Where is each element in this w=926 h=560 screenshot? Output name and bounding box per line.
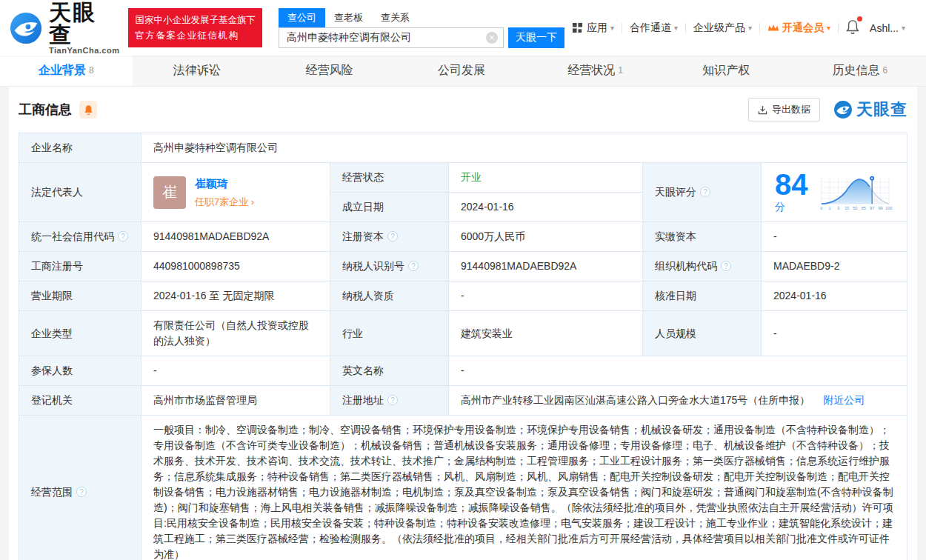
top-nav: 应用 ▾ 合作通道 ▾ 企业级产品 ▾ 开通会员 ▾ <box>564 19 913 36</box>
tab-label: 企业背景 <box>39 63 86 79</box>
term-label: 营业期限 <box>19 281 141 311</box>
staff-size-label: 人员规模 <box>643 311 762 356</box>
help-icon[interactable]: ? <box>76 487 87 497</box>
industry-value: 建筑安装业 <box>449 311 643 356</box>
section-title: 工商信息 <box>19 101 72 119</box>
nav-apps-label: 应用 <box>587 21 607 35</box>
company-type-value: 有限责任公司（自然人投资或控股的法人独资） <box>141 311 330 356</box>
help-icon[interactable]: ? <box>387 231 398 241</box>
tab-count: 8 <box>89 65 94 76</box>
taxpayer-id-value: 91440981MADAEBD92A <box>449 252 643 281</box>
help-icon[interactable]: ? <box>700 187 710 197</box>
bell-icon <box>846 19 859 34</box>
label-text: 经营范围 <box>31 486 73 498</box>
founded-label: 成立日期 <box>330 193 449 222</box>
gov-certification-badge: 国家中小企业发展子基金旗下 官方备案企业征信机构 <box>128 8 262 47</box>
avatar[interactable]: 崔 <box>153 176 186 209</box>
help-icon[interactable]: ? <box>387 395 398 405</box>
search-button[interactable]: 天眼一下 <box>508 27 564 48</box>
company-name-value: 高州申菱特种空调有限公司 <box>141 133 907 163</box>
tab-intellectual-property[interactable]: 知识产权 <box>662 56 794 86</box>
company-section-tabbar: 企业背景8 法律诉讼 经营风险 公司发展 经营状况1 知识产权 历史信息6 <box>0 56 926 87</box>
search-block: 查公司 查老板 查关系 ✕ 天眼一下 <box>279 8 564 48</box>
help-icon[interactable]: ? <box>721 261 731 271</box>
reg-no-value: 440981000898735 <box>141 252 330 281</box>
founded-value: 2024-01-16 <box>449 193 643 222</box>
business-info-table: 企业名称 高州申菱特种空调有限公司 法定代表人 崔 崔颖琦 任职7家企业 › 经… <box>19 133 907 560</box>
tab-operating-risk[interactable]: 经营风险 <box>264 56 397 86</box>
nav-partner-label: 合作通道 <box>630 21 671 35</box>
label-text: 注册地址 <box>342 394 384 406</box>
search-tab-boss[interactable]: 查老板 <box>325 8 372 27</box>
caret-down-icon: ▾ <box>674 24 678 32</box>
help-icon[interactable]: ? <box>118 231 128 241</box>
tab-history-info[interactable]: 历史信息6 <box>793 56 926 86</box>
paid-capital-label: 实缴资本 <box>643 222 762 252</box>
svg-text:15: 15 <box>845 205 849 210</box>
nav-partner-channel[interactable]: 合作通道 ▾ <box>622 21 685 35</box>
nav-apps[interactable]: 应用 ▾ <box>564 21 622 35</box>
label-text: 组织机构代码 <box>655 260 717 272</box>
tab-label: 知识产权 <box>702 63 750 79</box>
monitor-alert-button[interactable] <box>79 101 97 119</box>
tianyancha-logo-icon <box>9 11 43 45</box>
nav-enterprise-products[interactable]: 企业级产品 ▾ <box>686 21 759 35</box>
caret-down-icon: ▾ <box>902 24 905 32</box>
caret-down-icon: ▾ <box>827 24 830 32</box>
table-row: 参保人数 - 英文名称 - <box>19 356 907 386</box>
svg-text:100: 100 <box>885 205 892 210</box>
search-tab-relation[interactable]: 查关系 <box>372 8 419 27</box>
help-icon[interactable]: ? <box>408 261 419 271</box>
table-row: 工商注册号 440981000898735 纳税人识别号? 91440981MA… <box>19 252 907 281</box>
address-value: 高州市产业转移工业园南区汕湛高速公路入口旁金水大道175号（住所申报） <box>461 394 810 406</box>
address-label: 注册地址? <box>330 386 449 416</box>
svg-text:50: 50 <box>853 205 857 210</box>
label-text: 统一社会信用代码 <box>31 230 114 242</box>
tab-label: 法律诉讼 <box>173 63 221 79</box>
nearby-companies-link[interactable]: 附近公司 <box>823 394 865 406</box>
watermark-brand-name: 天眼查 <box>856 99 907 121</box>
taxpayer-qual-value: - <box>449 281 643 311</box>
legal-rep-companies-link[interactable]: 任职7家企业 › <box>195 194 254 210</box>
username-label: Ashl... <box>870 22 899 34</box>
search-tab-company[interactable]: 查公司 <box>279 8 325 27</box>
company-type-label: 企业类型 <box>19 311 141 356</box>
notifications-button[interactable] <box>839 19 867 36</box>
tab-company-development[interactable]: 公司发展 <box>397 56 530 86</box>
caret-down-icon: ▾ <box>748 24 752 32</box>
watermark-logo: 天眼查 <box>833 99 907 121</box>
score-label: 天眼评分 <box>655 186 696 198</box>
svg-text:0: 0 <box>820 205 822 210</box>
tab-count: 6 <box>882 65 887 76</box>
legal-rep-name-link[interactable]: 崔颖琦 <box>195 176 254 191</box>
svg-text:1: 1 <box>828 205 830 210</box>
table-row: 统一社会信用代码? 91440981MADAEBD92A 注册资本? 6000万… <box>19 222 907 252</box>
insured-value: - <box>141 356 330 386</box>
tab-company-background[interactable]: 企业背景8 <box>0 56 133 86</box>
export-download-icon <box>758 105 767 115</box>
nav-vip-upgrade[interactable]: 开通会员 ▾ <box>760 21 838 35</box>
table-row: 企业名称 高州申菱特种空调有限公司 <box>19 133 907 163</box>
top-header: 天眼查 TianYanCha.com 国家中小企业发展子基金旗下 官方备案企业征… <box>0 0 926 56</box>
tab-label: 公司发展 <box>438 63 485 79</box>
term-value: 2024-01-16 至 无固定期限 <box>141 281 330 311</box>
clear-icon[interactable]: ✕ <box>486 32 498 44</box>
tab-operating-status[interactable]: 经营状况1 <box>529 56 662 86</box>
status-badge: 开业 <box>461 171 482 183</box>
tab-legal-litigation[interactable]: 法律诉讼 <box>133 56 265 86</box>
export-data-button[interactable]: 导出数据 <box>748 98 820 121</box>
score-curve-chart[interactable]: 0 1 3 15 50 85 97 99 100 <box>819 172 893 213</box>
taxpayer-id-label: 纳税人识别号? <box>330 252 449 281</box>
search-input[interactable] <box>279 27 504 48</box>
label-text: 纳税人识别号 <box>342 260 404 272</box>
svg-text:85: 85 <box>861 205 865 210</box>
credit-code-value: 91440981MADAEBD92A <box>141 222 330 252</box>
scope-label: 经营范围? <box>19 416 141 560</box>
org-code-value: MADAEBD9-2 <box>762 252 907 281</box>
crown-icon <box>767 23 779 33</box>
user-menu[interactable]: Ashl... ▾ <box>867 22 913 34</box>
tianyancha-logo[interactable]: 天眼查 TianYanCha.com <box>9 1 119 55</box>
svg-text:99: 99 <box>878 205 882 210</box>
tab-count: 1 <box>618 65 623 76</box>
svg-text:3: 3 <box>837 205 839 210</box>
